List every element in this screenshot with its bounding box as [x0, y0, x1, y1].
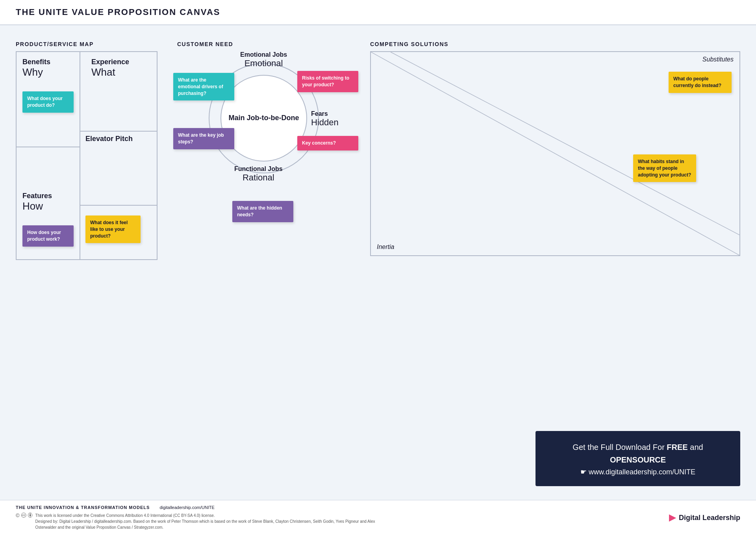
experience-title: Experience — [91, 58, 129, 66]
cta-link: ☛ www.digitalleadership.com/UNITE — [551, 468, 724, 476]
comp-substitutes-label: Substitutes — [702, 56, 734, 63]
emotional-jobs-subtitle: Emotional — [240, 58, 287, 69]
sticky-hidden-needs: What are the hidden needs? — [232, 201, 293, 222]
pm-experience-cell: Experience What — [91, 58, 129, 78]
fears-title: Fears — [311, 110, 339, 117]
sticky-feel-product: What does it feel like to use your produ… — [85, 215, 141, 243]
cn-emotional-jobs-label: Emotional Jobs Emotional — [240, 51, 287, 69]
pm-benefits-cell: Benefits Why — [22, 58, 50, 78]
sticky-how-product: How does your product work? — [22, 225, 74, 247]
footer-right: ▶ Digital Leadership — [669, 513, 740, 523]
product-service-map: PRODUCT/SERVICE MAP Benefits Why Experie… — [16, 41, 165, 260]
footer-company: Digital Leadership — [679, 514, 740, 522]
competing-label: COMPETING SOLUTIONS — [370, 41, 740, 47]
pm-divider-horizontal — [17, 147, 80, 147]
sticky-key-steps: What are the key job steps? — [173, 128, 234, 149]
product-map-label: PRODUCT/SERVICE MAP — [16, 41, 165, 47]
columns-container: PRODUCT/SERVICE MAP Benefits Why Experie… — [16, 41, 740, 272]
header: THE UNITE VALUE PROPOSITION CANVAS — [0, 0, 756, 25]
footer-url: digitalleadership.com/UNITE — [159, 505, 214, 510]
pm-features-cell: Features How — [22, 192, 52, 212]
product-map-box: Benefits Why Experience What Elevator Pi… — [16, 51, 158, 260]
competing-solutions-section: COMPETING SOLUTIONS Substitutes Inertia … — [370, 41, 740, 256]
sticky-what-product: What does your product do? — [22, 91, 74, 113]
features-subtitle: How — [22, 200, 52, 212]
cta-banner: Get the Full Download For FREE and OPENS… — [536, 431, 740, 486]
sticky-currently-do: What do people currently do instead? — [669, 72, 732, 93]
comp-inertia-label: Inertia — [377, 243, 394, 251]
cn-circle-container: Main Job-to-be-Done Emotional Jobs Emoti… — [177, 51, 343, 272]
footer: THE UNITE INNOVATION & TRANSFORMATION MO… — [0, 500, 756, 535]
canvas-area: PRODUCT/SERVICE MAP Benefits Why Experie… — [0, 25, 756, 518]
customer-need-label: CUSTOMER NEED — [177, 41, 358, 47]
cta-text: Get the Full Download For FREE and OPENS… — [551, 441, 724, 466]
sticky-emotional-drivers: What are the emotional drivers of purcha… — [173, 73, 234, 100]
sticky-key-concerns: Key concerns? — [297, 136, 358, 150]
elevator-title: Elevator Pitch — [85, 135, 133, 143]
benefits-subtitle: Why — [22, 66, 50, 78]
functional-jobs-subtitle: Rational — [234, 173, 283, 183]
sticky-risks-switching: Risks of switching to your product? — [297, 71, 358, 92]
experience-subtitle: What — [91, 66, 129, 78]
features-title: Features — [22, 192, 52, 200]
customer-need-section: CUSTOMER NEED Main Job-to-be-Done Emotio… — [177, 41, 358, 272]
benefits-title: Benefits — [22, 58, 50, 66]
fears-subtitle: Hidden — [311, 117, 339, 128]
cn-functional-jobs-label: Functional Jobs Rational — [234, 165, 283, 183]
footer-brand: THE UNITE INNOVATION & TRANSFORMATION MO… — [16, 505, 150, 510]
footer-arrow-icon: ▶ — [669, 513, 676, 523]
cn-fears-label: Fears Hidden — [311, 110, 339, 128]
cc-icons: © 🅭 🅯 — [16, 513, 33, 518]
footer-license: This work is licensed under the Creative… — [35, 513, 390, 530]
emotional-jobs-title: Emotional Jobs — [240, 51, 287, 58]
pm-elevator-cell: Elevator Pitch — [85, 135, 133, 143]
functional-jobs-title: Functional Jobs — [234, 165, 283, 173]
footer-left: THE UNITE INNOVATION & TRANSFORMATION MO… — [16, 505, 390, 530]
competing-box: Substitutes Inertia What do people curre… — [370, 51, 740, 256]
page-title: THE UNITE VALUE PROPOSITION CANVAS — [16, 7, 740, 17]
sticky-habits-adopting: What habits stand in the way of people a… — [633, 154, 696, 182]
cn-center-title: Main Job-to-be-Done — [229, 114, 299, 123]
